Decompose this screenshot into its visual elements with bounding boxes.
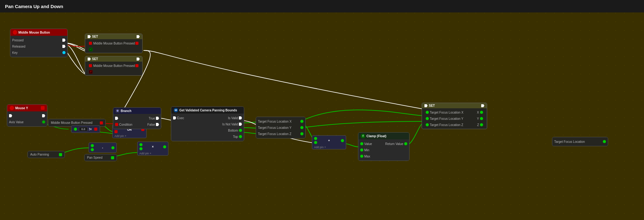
set1-header: SET [85, 34, 142, 39]
set-final-z-row: Target Focus Location Z Z [424, 122, 485, 128]
middle-mouse-button-node[interactable]: Middle Mouse Button Pressed Released Key [10, 29, 68, 57]
neq-pin-out[interactable] [94, 128, 97, 131]
add-pin-in1[interactable] [314, 137, 317, 140]
or-add-pin[interactable]: Add pin + [113, 134, 146, 138]
tfl-x-label: Target Focus Location X [258, 120, 292, 123]
set2-bool-out[interactable] [135, 64, 138, 67]
set2-bool-pin[interactable] [89, 64, 92, 67]
minus-pin-out[interactable] [111, 146, 114, 149]
target-focus-read-node[interactable]: Target Focus Location X Target Focus Loc… [256, 117, 306, 138]
is-not-valid-pin[interactable] [239, 123, 242, 126]
clamp-return-pin[interactable] [404, 142, 407, 145]
set1-exec-out[interactable] [137, 35, 140, 38]
multiply-node[interactable]: × Add pin + [137, 142, 168, 156]
set-final-x-row: Target Focus Location X X [424, 109, 485, 115]
set-final-exec-out[interactable] [481, 104, 484, 107]
clamp-min-pin[interactable] [360, 148, 363, 152]
set-final-x-in[interactable] [426, 111, 429, 114]
set1-exec-in[interactable] [88, 35, 91, 38]
branch-exec-in[interactable] [115, 117, 118, 120]
tfl2-x-row: Target Focus Location [552, 138, 608, 145]
clamp-icon: f [361, 134, 365, 138]
mouse-y-node[interactable]: Mouse Y Axis Value [7, 104, 47, 127]
pin-label-pressed: Pressed [12, 39, 24, 42]
clamp-title: Clamp (Float) [366, 134, 386, 138]
tfl2-x-pin[interactable] [603, 140, 606, 143]
set-node-1[interactable]: SET Middle Mouse Button Pressed ✓ [85, 34, 143, 53]
get-validated-node[interactable]: M Get Validated Camera Panning Bounds Ex… [171, 106, 244, 141]
minus-pin-in1[interactable] [91, 144, 94, 147]
neq-node[interactable]: 0.0 != [71, 125, 100, 133]
tfl-z-label: Target Focus Location Z [258, 132, 291, 136]
set-final-z-out[interactable] [480, 123, 483, 126]
add-node[interactable]: + Add pin + [312, 135, 346, 149]
minus-pin-in2[interactable] [91, 148, 94, 151]
or-pin-in2[interactable] [114, 130, 118, 133]
pan-speed-node[interactable]: Pan Speed [84, 154, 117, 161]
set2-exec-in[interactable] [88, 58, 91, 61]
clamp-value-pin[interactable] [360, 142, 363, 145]
mult-pin-in1[interactable] [139, 143, 143, 146]
axis-value-pin[interactable] [42, 120, 45, 124]
get-validated-title: Get Validated Camera Panning Bounds [179, 109, 237, 112]
clamp-max-label: Max [364, 155, 370, 158]
get-val-exec-in[interactable] [173, 116, 176, 119]
set-final-y-in[interactable] [426, 117, 429, 120]
branch-true-label: True [149, 117, 155, 120]
pin-exec-released[interactable] [62, 45, 65, 48]
set-final-node[interactable]: SET Target Focus Location X X Target Foc… [422, 103, 487, 129]
pin-exec-pressed[interactable] [62, 39, 65, 42]
clamp-node[interactable]: f Clamp (Float) Value Return Value Min [358, 132, 409, 161]
tfl-z-pin[interactable] [300, 132, 303, 135]
set-node-2[interactable]: SET Middle Mouse Button Pressed ✗ [85, 56, 143, 76]
auto-panning-node[interactable]: Auto Panning [27, 151, 65, 158]
mouse-y-body: Axis Value [7, 111, 47, 126]
clamp-min-label: Min [364, 148, 369, 152]
clamp-header: f Clamp (Float) [358, 133, 409, 139]
is-valid-label: Is Valid [228, 116, 238, 120]
blueprint-canvas[interactable]: Middle Mouse Button Pressed Released Key… [0, 12, 644, 220]
mult-pin-out[interactable] [163, 145, 166, 148]
mult-pin-in2[interactable] [139, 147, 143, 150]
tfl-y-pin[interactable] [300, 126, 303, 129]
branch-node[interactable]: ⊕ Branch True Condition False [113, 107, 161, 129]
set-final-z-in[interactable] [426, 123, 429, 126]
add-pin-in2[interactable] [314, 141, 317, 144]
branch-title: Branch [121, 109, 131, 113]
mmb-pressed-pin-out[interactable] [100, 121, 103, 124]
branch-true-pin[interactable] [156, 117, 159, 120]
get-validated-header: M Get Validated Camera Panning Bounds [171, 107, 244, 114]
branch-cond-pin[interactable] [115, 123, 118, 126]
set1-bool-pin[interactable] [89, 42, 92, 45]
clamp-max-pin[interactable] [360, 155, 363, 158]
event-node-body: Pressed Released Key [10, 36, 67, 57]
pan-speed-pin[interactable] [111, 156, 114, 159]
mouse-y-exec-out[interactable] [42, 114, 45, 117]
top-pin[interactable] [239, 135, 242, 138]
pin-key-out[interactable] [62, 51, 65, 54]
tfl-z-row: Target Focus Location Z [256, 131, 305, 137]
target-focus-read-node-2[interactable]: Target Focus Location [552, 137, 608, 146]
set-final-exec-in[interactable] [424, 104, 428, 107]
add-pin-out[interactable] [341, 139, 344, 142]
bottom-pin[interactable] [239, 129, 242, 132]
is-valid-pin[interactable] [239, 116, 242, 119]
mouse-y-exec-in[interactable] [9, 114, 12, 117]
neq-pin-in1[interactable] [74, 128, 77, 131]
mult-add-pin[interactable]: Add pin + [138, 152, 168, 155]
minus-node[interactable]: - [89, 143, 117, 153]
tfl-x-pin[interactable] [300, 120, 303, 123]
bottom-label: Bottom [228, 129, 238, 132]
set2-exec-out[interactable] [137, 58, 140, 61]
set-final-y-out[interactable] [480, 117, 483, 120]
auto-panning-pin[interactable] [59, 153, 62, 156]
set-final-x-out[interactable] [480, 111, 483, 114]
add-add-pin[interactable]: Add pin + [312, 145, 346, 149]
set-final-header: SET [422, 103, 487, 108]
set1-bool-out[interactable] [135, 42, 138, 45]
set1-title: SET [92, 35, 98, 38]
branch-false-pin[interactable] [156, 123, 159, 126]
get-val-isnotvalid-row: Is Not Valid [171, 121, 244, 127]
mult-symbol: × [152, 145, 154, 148]
event-icon [13, 30, 17, 35]
